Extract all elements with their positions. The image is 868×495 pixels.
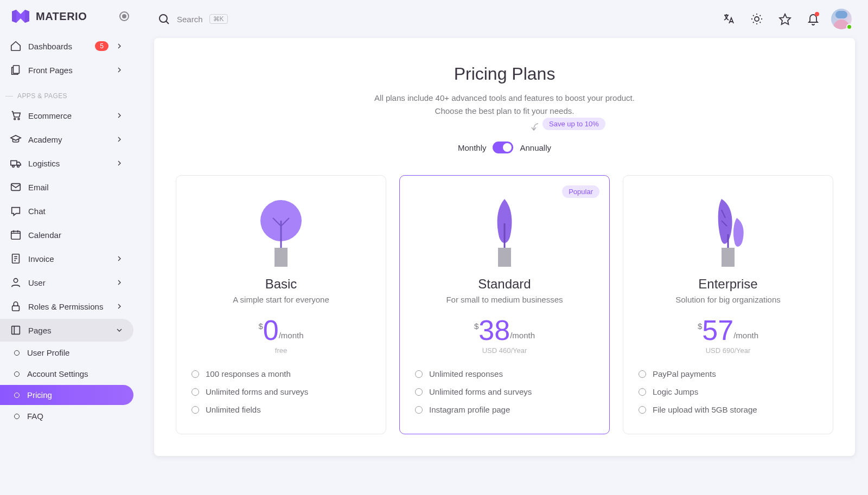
chevron-right-icon xyxy=(115,135,124,144)
plan-illustration xyxy=(192,191,371,267)
cart-icon xyxy=(10,110,22,121)
plan-tagline: A simple start for everyone xyxy=(192,295,371,304)
nav-item-logistics[interactable]: Logistics xyxy=(0,152,133,175)
svg-rect-10 xyxy=(12,306,20,311)
graduation-icon xyxy=(10,133,22,145)
plan-price: $ 38 /month xyxy=(415,316,594,344)
per-label: /month xyxy=(279,331,304,340)
svg-point-4 xyxy=(12,165,15,168)
nav-item-ecommerce[interactable]: Ecommerce xyxy=(0,104,133,127)
price-value: 38 xyxy=(478,316,510,344)
chevron-right-icon xyxy=(115,111,124,120)
section-header: APPS & PAGES xyxy=(0,82,141,104)
star-icon xyxy=(778,12,792,25)
logo-icon xyxy=(12,9,29,24)
bullet-icon xyxy=(14,414,20,419)
nav-label: Roles & Permissions xyxy=(28,302,108,311)
sub-item-faq[interactable]: FAQ xyxy=(0,406,133,426)
toggle-monthly[interactable]: Monthly xyxy=(458,143,487,152)
plan-illustration xyxy=(639,191,818,267)
svg-rect-23 xyxy=(722,248,735,267)
billing-switch[interactable] xyxy=(493,142,513,153)
nav-label: Logistics xyxy=(28,159,108,168)
billing-toggle: Save up to 10% Monthly Annually xyxy=(176,142,833,153)
plan-feature: File upload with 5GB storage xyxy=(639,405,818,414)
chat-icon xyxy=(10,205,22,217)
sidebar-pin-icon[interactable] xyxy=(119,11,129,21)
bullet-icon xyxy=(192,388,199,396)
calendar-icon xyxy=(10,229,22,241)
search-icon xyxy=(157,12,170,25)
plan-feature: Unlimited responses xyxy=(415,369,594,378)
main: Search ⌘K xyxy=(141,0,868,495)
plan-enterprise: Enterprise Solution for big organization… xyxy=(623,175,833,434)
home-icon xyxy=(10,40,22,52)
nav-label: Calendar xyxy=(28,230,124,240)
sub-label: Account Settings xyxy=(27,369,88,378)
star-button[interactable] xyxy=(775,9,795,29)
per-label: /month xyxy=(510,331,535,340)
status-dot xyxy=(846,24,852,30)
sub-label: User Profile xyxy=(27,348,69,357)
avatar-button[interactable] xyxy=(831,9,852,29)
plan-name: Enterprise xyxy=(639,277,818,292)
svg-rect-7 xyxy=(11,232,21,240)
svg-rect-11 xyxy=(12,326,20,335)
nav-item-invoice[interactable]: Invoice xyxy=(0,247,133,270)
bullet-icon xyxy=(639,388,646,396)
sub-label: Pricing xyxy=(27,390,52,400)
nav-label: Email xyxy=(28,183,124,192)
chevron-right-icon xyxy=(115,42,124,50)
page-subtitle-1: All plans include 40+ advanced tools and… xyxy=(176,92,833,105)
chevron-right-icon xyxy=(115,66,124,74)
price-value: 57 xyxy=(702,316,733,344)
nav-item-chat[interactable]: Chat xyxy=(0,200,133,222)
files-icon xyxy=(10,64,22,76)
theme-button[interactable] xyxy=(746,9,767,29)
svg-point-1 xyxy=(14,118,16,120)
nav-item-user[interactable]: User xyxy=(0,271,133,294)
nav-item-email[interactable]: Email xyxy=(0,176,133,198)
plan-feature: Unlimited fields xyxy=(192,405,371,414)
nav-item-roles[interactable]: Roles & Permissions xyxy=(0,295,133,318)
nav-item-academy[interactable]: Academy xyxy=(0,128,133,151)
mail-icon xyxy=(10,181,22,193)
nav-item-calendar[interactable]: Calendar xyxy=(0,223,133,246)
svg-rect-3 xyxy=(11,160,17,165)
toggle-annually[interactable]: Annually xyxy=(520,143,551,152)
sub-item-pricing[interactable]: Pricing xyxy=(0,385,133,405)
nav-item-pages[interactable]: Pages xyxy=(0,319,133,342)
sub-item-account-settings[interactable]: Account Settings xyxy=(0,364,133,384)
svg-rect-19 xyxy=(275,248,288,267)
plan-tagline: Solution for big organizations xyxy=(639,295,818,304)
currency: $ xyxy=(474,322,478,331)
plan-tagline: For small to medium businesses xyxy=(415,295,594,304)
sub-item-user-profile[interactable]: User Profile xyxy=(0,343,133,363)
chevron-right-icon xyxy=(115,278,124,287)
chevron-down-icon xyxy=(115,326,124,335)
nav-label: Academy xyxy=(28,135,108,144)
pages-icon xyxy=(10,324,22,336)
plan-basic: Basic A simple start for everyone $ 0 /m… xyxy=(176,175,386,434)
notification-dot xyxy=(815,12,819,16)
logo-row: MATERIO xyxy=(0,9,141,35)
page-subtitle-2: Choose the best plan to fit your needs. xyxy=(176,105,833,118)
nav-item-front-pages[interactable]: Front Pages xyxy=(0,59,133,81)
plan-feature: Unlimited forms and surveys xyxy=(192,387,371,396)
bullet-icon xyxy=(14,393,20,398)
chevron-right-icon xyxy=(115,159,124,168)
chevron-right-icon xyxy=(115,302,124,311)
bullet-icon xyxy=(415,388,423,396)
nav-item-dashboards[interactable]: Dashboards 5 xyxy=(0,35,133,57)
nav-label: Ecommerce xyxy=(28,111,108,120)
brand-name: MATERIO xyxy=(36,10,87,23)
nav-label: Front Pages xyxy=(28,66,108,75)
notifications-button[interactable] xyxy=(803,9,824,29)
plan-name: Standard xyxy=(415,277,594,292)
bullet-icon xyxy=(14,371,20,377)
search-button[interactable]: Search ⌘K xyxy=(157,12,228,25)
plan-yearly: free xyxy=(192,346,371,355)
nav-label: User xyxy=(28,278,108,287)
translate-button[interactable] xyxy=(718,9,739,29)
page-title: Pricing Plans xyxy=(176,64,833,84)
